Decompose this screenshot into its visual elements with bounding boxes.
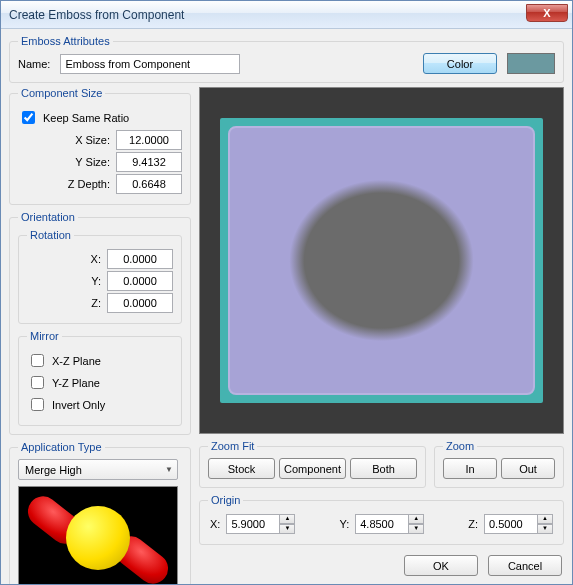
rot-x-input[interactable] <box>107 249 173 269</box>
mirror-yz-checkbox[interactable]: Y-Z Plane <box>27 373 173 392</box>
xsize-input[interactable] <box>116 130 182 150</box>
zoomfit-stock-button[interactable]: Stock <box>208 458 275 479</box>
apptype-preview <box>18 486 178 584</box>
rotation-group: Rotation X: Y: Z: <box>18 229 182 324</box>
spin-up-icon[interactable]: ▲ <box>408 514 424 524</box>
origin-y-label: Y: <box>339 518 349 530</box>
color-button[interactable]: Color <box>423 53 497 74</box>
component-size-group: Component Size Keep Same Ratio X Size: Y… <box>9 87 191 205</box>
close-button[interactable]: X <box>526 4 568 22</box>
rotation-legend: Rotation <box>27 229 74 241</box>
zoom-legend: Zoom <box>443 440 477 452</box>
xsize-label: X Size: <box>52 134 110 146</box>
dialog-window: Create Emboss from Component X Emboss At… <box>0 0 573 585</box>
name-label: Name: <box>18 58 50 70</box>
rot-y-label: Y: <box>81 275 101 287</box>
zdepth-input[interactable] <box>116 174 182 194</box>
titlebar[interactable]: Create Emboss from Component X <box>1 1 572 29</box>
zoom-out-button[interactable]: Out <box>501 458 555 479</box>
origin-y-input[interactable] <box>355 514 409 534</box>
ysize-input[interactable] <box>116 152 182 172</box>
origin-group: Origin X: ▲▼ Y: ▲▼ Z: ▲▼ <box>199 494 564 545</box>
application-type-group: Application Type Merge High ▼ <box>9 441 191 584</box>
rot-z-label: Z: <box>81 297 101 309</box>
origin-z-input[interactable] <box>484 514 538 534</box>
origin-x-input[interactable] <box>226 514 280 534</box>
close-icon: X <box>543 7 550 19</box>
zoom-in-button[interactable]: In <box>443 458 497 479</box>
origin-x-label: X: <box>210 518 220 530</box>
mirror-group: Mirror X-Z Plane Y-Z Plane Invert Only <box>18 330 182 426</box>
name-input[interactable] <box>60 54 240 74</box>
color-swatch[interactable] <box>507 53 555 74</box>
zoomfit-legend: Zoom Fit <box>208 440 257 452</box>
chevron-down-icon: ▼ <box>165 465 173 474</box>
mirror-xz-checkbox[interactable]: X-Z Plane <box>27 351 173 370</box>
window-title: Create Emboss from Component <box>9 8 184 22</box>
apptype-legend: Application Type <box>18 441 105 453</box>
apptype-value: Merge High <box>25 464 82 476</box>
invert-only-checkbox[interactable]: Invert Only <box>27 395 173 414</box>
orientation-group: Orientation Rotation X: Y: Z: Mirror X-Z… <box>9 211 191 435</box>
ok-button[interactable]: OK <box>404 555 478 576</box>
keep-ratio-checkbox[interactable]: Keep Same Ratio <box>18 108 182 127</box>
zoom-fit-group: Zoom Fit Stock Component Both <box>199 440 426 488</box>
apptype-select[interactable]: Merge High ▼ <box>18 459 178 480</box>
zoomfit-both-button[interactable]: Both <box>350 458 417 479</box>
zoomfit-component-button[interactable]: Component <box>279 458 346 479</box>
rot-y-input[interactable] <box>107 271 173 291</box>
spin-down-icon[interactable]: ▼ <box>408 524 424 534</box>
emboss-attributes-group: Emboss Attributes Name: Color <box>9 35 564 83</box>
yellow-sphere-icon <box>66 506 130 570</box>
dialog-body: Emboss Attributes Name: Color Component … <box>1 29 572 584</box>
size-legend: Component Size <box>18 87 105 99</box>
zoom-group: Zoom In Out <box>434 440 564 488</box>
orientation-legend: Orientation <box>18 211 78 223</box>
emboss-legend: Emboss Attributes <box>18 35 113 47</box>
origin-z-label: Z: <box>468 518 478 530</box>
preview-viewport[interactable] <box>199 87 564 434</box>
spin-down-icon[interactable]: ▼ <box>279 524 295 534</box>
zdepth-label: Z Depth: <box>52 178 110 190</box>
preview-component <box>228 126 535 395</box>
ysize-label: Y Size: <box>52 156 110 168</box>
rot-x-label: X: <box>81 253 101 265</box>
rot-z-input[interactable] <box>107 293 173 313</box>
preview-stock <box>220 118 543 403</box>
cancel-button[interactable]: Cancel <box>488 555 562 576</box>
mirror-legend: Mirror <box>27 330 62 342</box>
origin-legend: Origin <box>208 494 243 506</box>
spin-up-icon[interactable]: ▲ <box>537 514 553 524</box>
spin-up-icon[interactable]: ▲ <box>279 514 295 524</box>
spin-down-icon[interactable]: ▼ <box>537 524 553 534</box>
